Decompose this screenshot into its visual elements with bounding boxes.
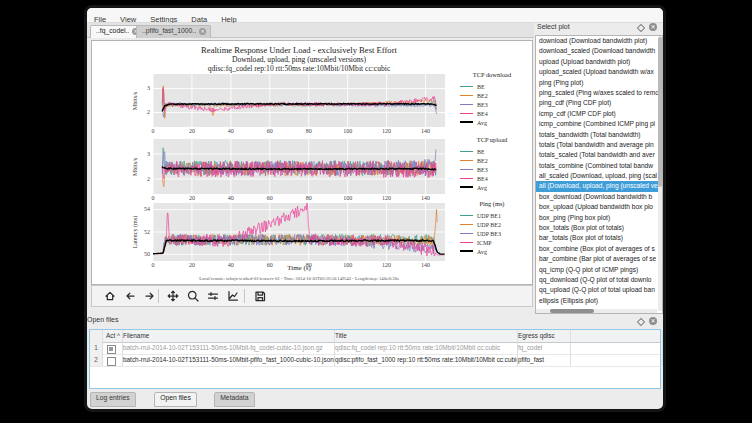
plot-list-item-20[interactable]: box_combine (Box plot of averages of s [536,244,662,254]
legend-entry: Avg [450,180,534,189]
subplots-icon[interactable] [207,290,219,302]
customize-icon[interactable] [227,290,239,302]
legend-0: TCP downloadBEBE2BE3BE4Avg [450,71,534,124]
plot-list-item-6[interactable]: ping_cdf (Ping CDF plot) [536,98,662,108]
plot-list-item-17[interactable]: box_ping (Ping box plot) [536,213,662,223]
plot-list-item-2[interactable]: upload (Upload bandwidth plot) [536,57,662,67]
plot-list-item-11[interactable]: totals_scaled (Total bandwidth and aver [536,150,662,160]
plot-list-item-0[interactable]: download (Download bandwidth plot) [536,36,662,46]
plot-list-item-21[interactable]: bar_combine (Bar plot of averages of se [536,254,662,264]
float-dock-icon[interactable] [637,318,645,326]
legend-entry: BE2 [450,153,534,162]
plot-list-item-15[interactable]: box_download (Download bandwidth b [536,192,662,202]
legend-entry: Avg [450,115,534,124]
x-tick-label: 80 [299,262,319,268]
save-icon[interactable] [254,290,266,302]
plot-list-item-4[interactable]: ping (Ping plot) [536,78,662,88]
row-number: 2 [90,354,103,366]
legend-entry: BE [450,79,534,88]
filename-cell: batch-rrul-2014-10-02T153111-50ms-10Mbit… [120,342,335,354]
plot-list-item-14[interactable]: all (Download, upload, ping (unscaled ve [536,181,662,191]
toolbar-separator [158,289,159,303]
open-files-table[interactable]: Act ^FilenameTitleEgress qdisc1batch-rru… [89,329,661,389]
doc-tab-label: ..pfifo_fast_1000.. [142,27,196,34]
close-dock-icon[interactable]: ✕ [649,317,657,325]
legend-title: TCP download [450,71,534,78]
legend-title: TCP upload [450,136,534,143]
doc-tab-1[interactable]: ..pfifo_fast_1000..✕ [136,25,211,38]
close-tab-icon[interactable]: ✕ [199,28,206,35]
plot-list-item-16[interactable]: box_upload (Upload bandwidth box plo [536,202,662,212]
plot-footer-text: Local/remote: tohojo-testbed-01/testserv… [92,276,506,281]
legend-line-swatch [460,224,473,225]
column-header-egress-qdisc[interactable]: Egress qdisc [515,330,571,342]
plot-list-item-18[interactable]: box_totals (Box plot of totals) [536,223,662,233]
plot-list-item-23[interactable]: qq_download (Q-Q plot of total downlo [536,275,662,285]
axes-tcp-upload [153,139,445,194]
legend-label: Avg [477,185,487,191]
plot-list-item-24[interactable]: qq_upload (Q-Q plot of total upload ban [536,285,662,295]
plot-list-item-13[interactable]: all_scaled (Download, upload, ping (scal [536,171,662,181]
plot-list-item-1[interactable]: download_scaled (Download bandwidth [536,46,662,56]
x-tick-label: 80 [299,195,319,201]
plot-list-item-25[interactable]: ellipsis (Ellipsis plot) [536,296,662,306]
pan-icon[interactable] [167,290,179,302]
plot-list-item-8[interactable]: icmp_combine (Combined ICMP ping pl [536,119,662,129]
column-header-filename[interactable]: Filename [120,330,335,342]
legend-line-swatch [460,250,473,252]
open-files-title: Open files [87,316,119,323]
float-panel-icon[interactable] [637,24,645,32]
plot-list-item-10[interactable]: totals (Total bandwidth and average pin [536,140,662,150]
x-tick-label: 0 [143,128,163,134]
x-tick-label: 20 [182,262,202,268]
zoom-icon[interactable] [187,290,199,302]
row-checkbox[interactable] [107,357,116,366]
x-tick-label: 100 [338,262,358,268]
plot-list-item-9[interactable]: totals_bandwidth (Total bandwidth) [536,130,662,140]
plot-list-hscrollbar[interactable] [536,309,657,313]
legend-label: Avg [477,249,487,255]
x-tick-label: 20 [182,195,202,201]
forward-icon[interactable] [144,290,156,302]
plot-list-item-3[interactable]: upload_scaled (Upload bandwidth w/ax [536,67,662,77]
plot-list-item-7[interactable]: icmp_cdf (ICMP CDF plot) [536,109,662,119]
egress-qdisc-cell: pfifo_fast [515,354,571,366]
legend-line-swatch [460,151,473,152]
legend-entry: BE4 [450,106,534,115]
x-tick-label: 120 [377,195,397,201]
row-checkbox[interactable] [107,345,116,354]
legend-entry: BE4 [450,171,534,180]
y-axis-label: Mbits/s [131,157,138,176]
bottom-tab-open-files[interactable]: Open files [154,392,197,407]
y-tick-label: 52 [136,229,150,235]
table-row-2[interactable]: 2batch-rrul-2014-10-02T153111-50ms-10Mbi… [90,354,660,367]
bottom-tab-metadata[interactable]: Metadata [214,392,254,407]
x-tick-label: 0 [143,195,163,201]
legend-line-swatch [460,160,473,161]
y-tick-label: 2 [136,176,150,182]
column-header-title[interactable]: Title [332,330,518,342]
y-axis-label: Mbits/s [131,91,138,110]
x-tick-label: 100 [338,128,358,134]
legend-entry: UDP BE3 [450,226,534,235]
legend-entry: BE2 [450,88,534,97]
plot-list-vscrollbar[interactable] [658,36,662,311]
plot-title-line3: qdisc:fq_codel rep:10 rtt:50ms rate:10Mb… [92,64,506,73]
filename-cell: batch-rrul-2014-10-02T153111-50ms-10Mbit… [120,354,335,366]
plot-list-item-5[interactable]: ping_scaled (Ping w/axes scaled to remo [536,88,662,98]
x-tick-label: 80 [299,128,319,134]
doc-tab-label: ..fq_codel.. [96,27,129,34]
home-icon[interactable] [104,290,116,302]
plot-list[interactable]: download (Download bandwidth plot)downlo… [535,35,663,314]
menu-bar: FileViewSettingsDataHelp [87,8,663,23]
legend-line-swatch [460,242,473,243]
bottom-tab-log-entries[interactable]: Log entries [90,392,136,407]
plot-list-item-22[interactable]: qq_icmp (Q-Q plot of ICMP pings) [536,265,662,275]
plot-canvas[interactable]: Realtime Response Under Load - exclusive… [91,40,533,285]
plot-list-item-12[interactable]: totals_combine (Combined total bandw [536,161,662,171]
plot-list-item-19[interactable]: bar_totals (Box plot of totals) [536,233,662,243]
legend-line-swatch [460,215,473,216]
close-panel-icon[interactable]: ✕ [649,23,657,31]
back-icon[interactable] [124,290,136,302]
legend-title: Ping (ms) [450,200,534,207]
